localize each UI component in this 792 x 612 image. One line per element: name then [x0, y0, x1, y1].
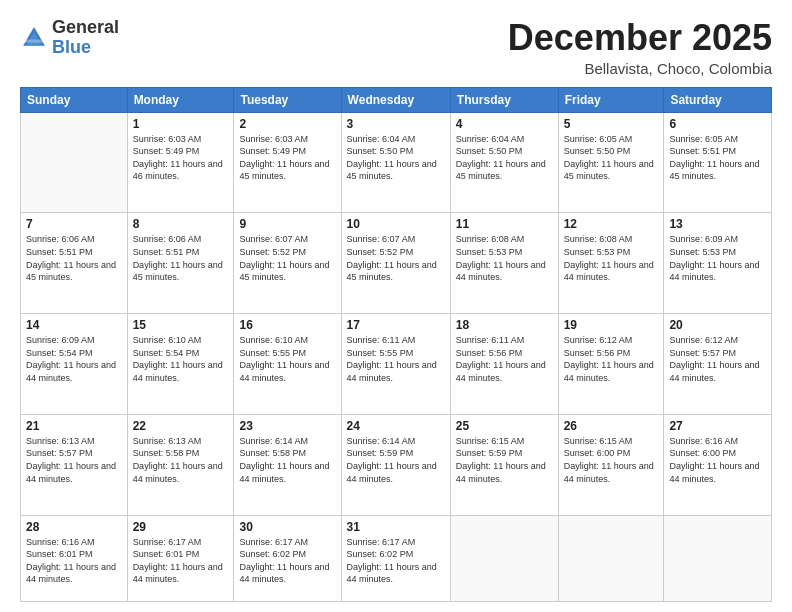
- day-number: 9: [239, 217, 335, 231]
- day-number: 4: [456, 117, 553, 131]
- day-info: Sunrise: 6:13 AMSunset: 5:58 PMDaylight:…: [133, 435, 229, 485]
- calendar-cell: [558, 515, 664, 601]
- calendar-cell: 11Sunrise: 6:08 AMSunset: 5:53 PMDayligh…: [450, 213, 558, 314]
- calendar-cell: 31Sunrise: 6:17 AMSunset: 6:02 PMDayligh…: [341, 515, 450, 601]
- calendar-cell: 24Sunrise: 6:14 AMSunset: 5:59 PMDayligh…: [341, 414, 450, 515]
- calendar-cell: 19Sunrise: 6:12 AMSunset: 5:56 PMDayligh…: [558, 314, 664, 415]
- day-number: 17: [347, 318, 445, 332]
- day-number: 31: [347, 520, 445, 534]
- day-number: 28: [26, 520, 122, 534]
- calendar-header-row: SundayMondayTuesdayWednesdayThursdayFrid…: [21, 87, 772, 112]
- day-number: 18: [456, 318, 553, 332]
- day-info: Sunrise: 6:14 AMSunset: 5:59 PMDaylight:…: [347, 435, 445, 485]
- day-number: 14: [26, 318, 122, 332]
- calendar-cell: 1Sunrise: 6:03 AMSunset: 5:49 PMDaylight…: [127, 112, 234, 213]
- calendar-cell: 13Sunrise: 6:09 AMSunset: 5:53 PMDayligh…: [664, 213, 772, 314]
- day-info: Sunrise: 6:15 AMSunset: 6:00 PMDaylight:…: [564, 435, 659, 485]
- header: General Blue December 2025 Bellavista, C…: [20, 18, 772, 77]
- day-number: 30: [239, 520, 335, 534]
- day-number: 3: [347, 117, 445, 131]
- calendar-cell: 8Sunrise: 6:06 AMSunset: 5:51 PMDaylight…: [127, 213, 234, 314]
- calendar-table: SundayMondayTuesdayWednesdayThursdayFrid…: [20, 87, 772, 602]
- day-header-saturday: Saturday: [664, 87, 772, 112]
- week-row-4: 21Sunrise: 6:13 AMSunset: 5:57 PMDayligh…: [21, 414, 772, 515]
- calendar-cell: 3Sunrise: 6:04 AMSunset: 5:50 PMDaylight…: [341, 112, 450, 213]
- day-number: 6: [669, 117, 766, 131]
- day-number: 19: [564, 318, 659, 332]
- day-info: Sunrise: 6:11 AMSunset: 5:55 PMDaylight:…: [347, 334, 445, 384]
- day-info: Sunrise: 6:12 AMSunset: 5:56 PMDaylight:…: [564, 334, 659, 384]
- day-info: Sunrise: 6:06 AMSunset: 5:51 PMDaylight:…: [26, 233, 122, 283]
- day-info: Sunrise: 6:14 AMSunset: 5:58 PMDaylight:…: [239, 435, 335, 485]
- day-info: Sunrise: 6:15 AMSunset: 5:59 PMDaylight:…: [456, 435, 553, 485]
- calendar-cell: 16Sunrise: 6:10 AMSunset: 5:55 PMDayligh…: [234, 314, 341, 415]
- logo-text: General Blue: [52, 18, 119, 58]
- day-header-sunday: Sunday: [21, 87, 128, 112]
- calendar-cell: 15Sunrise: 6:10 AMSunset: 5:54 PMDayligh…: [127, 314, 234, 415]
- day-info: Sunrise: 6:07 AMSunset: 5:52 PMDaylight:…: [239, 233, 335, 283]
- day-info: Sunrise: 6:16 AMSunset: 6:00 PMDaylight:…: [669, 435, 766, 485]
- calendar-cell: [21, 112, 128, 213]
- day-info: Sunrise: 6:17 AMSunset: 6:01 PMDaylight:…: [133, 536, 229, 586]
- day-number: 8: [133, 217, 229, 231]
- day-info: Sunrise: 6:05 AMSunset: 5:50 PMDaylight:…: [564, 133, 659, 183]
- title-block: December 2025 Bellavista, Choco, Colombi…: [508, 18, 772, 77]
- logo-icon: [20, 24, 48, 52]
- calendar-cell: 25Sunrise: 6:15 AMSunset: 5:59 PMDayligh…: [450, 414, 558, 515]
- day-number: 7: [26, 217, 122, 231]
- calendar-cell: 17Sunrise: 6:11 AMSunset: 5:55 PMDayligh…: [341, 314, 450, 415]
- day-info: Sunrise: 6:05 AMSunset: 5:51 PMDaylight:…: [669, 133, 766, 183]
- location-subtitle: Bellavista, Choco, Colombia: [508, 60, 772, 77]
- day-info: Sunrise: 6:16 AMSunset: 6:01 PMDaylight:…: [26, 536, 122, 586]
- logo: General Blue: [20, 18, 119, 58]
- calendar-cell: 28Sunrise: 6:16 AMSunset: 6:01 PMDayligh…: [21, 515, 128, 601]
- week-row-1: 1Sunrise: 6:03 AMSunset: 5:49 PMDaylight…: [21, 112, 772, 213]
- day-info: Sunrise: 6:09 AMSunset: 5:53 PMDaylight:…: [669, 233, 766, 283]
- month-title: December 2025: [508, 18, 772, 58]
- day-info: Sunrise: 6:04 AMSunset: 5:50 PMDaylight:…: [456, 133, 553, 183]
- calendar-cell: 29Sunrise: 6:17 AMSunset: 6:01 PMDayligh…: [127, 515, 234, 601]
- calendar-cell: 5Sunrise: 6:05 AMSunset: 5:50 PMDaylight…: [558, 112, 664, 213]
- day-number: 25: [456, 419, 553, 433]
- calendar-cell: 14Sunrise: 6:09 AMSunset: 5:54 PMDayligh…: [21, 314, 128, 415]
- calendar-cell: [664, 515, 772, 601]
- day-number: 20: [669, 318, 766, 332]
- day-number: 13: [669, 217, 766, 231]
- day-info: Sunrise: 6:08 AMSunset: 5:53 PMDaylight:…: [564, 233, 659, 283]
- day-info: Sunrise: 6:06 AMSunset: 5:51 PMDaylight:…: [133, 233, 229, 283]
- day-info: Sunrise: 6:07 AMSunset: 5:52 PMDaylight:…: [347, 233, 445, 283]
- calendar-cell: 30Sunrise: 6:17 AMSunset: 6:02 PMDayligh…: [234, 515, 341, 601]
- day-info: Sunrise: 6:10 AMSunset: 5:54 PMDaylight:…: [133, 334, 229, 384]
- day-info: Sunrise: 6:17 AMSunset: 6:02 PMDaylight:…: [347, 536, 445, 586]
- day-number: 10: [347, 217, 445, 231]
- calendar-cell: 4Sunrise: 6:04 AMSunset: 5:50 PMDaylight…: [450, 112, 558, 213]
- day-info: Sunrise: 6:13 AMSunset: 5:57 PMDaylight:…: [26, 435, 122, 485]
- day-number: 29: [133, 520, 229, 534]
- day-info: Sunrise: 6:03 AMSunset: 5:49 PMDaylight:…: [239, 133, 335, 183]
- day-info: Sunrise: 6:09 AMSunset: 5:54 PMDaylight:…: [26, 334, 122, 384]
- day-header-thursday: Thursday: [450, 87, 558, 112]
- week-row-3: 14Sunrise: 6:09 AMSunset: 5:54 PMDayligh…: [21, 314, 772, 415]
- day-number: 5: [564, 117, 659, 131]
- day-header-tuesday: Tuesday: [234, 87, 341, 112]
- day-number: 12: [564, 217, 659, 231]
- day-number: 11: [456, 217, 553, 231]
- day-number: 27: [669, 419, 766, 433]
- calendar-cell: 10Sunrise: 6:07 AMSunset: 5:52 PMDayligh…: [341, 213, 450, 314]
- day-number: 16: [239, 318, 335, 332]
- day-info: Sunrise: 6:17 AMSunset: 6:02 PMDaylight:…: [239, 536, 335, 586]
- calendar-cell: 6Sunrise: 6:05 AMSunset: 5:51 PMDaylight…: [664, 112, 772, 213]
- calendar-cell: 18Sunrise: 6:11 AMSunset: 5:56 PMDayligh…: [450, 314, 558, 415]
- day-header-monday: Monday: [127, 87, 234, 112]
- calendar-cell: 9Sunrise: 6:07 AMSunset: 5:52 PMDaylight…: [234, 213, 341, 314]
- logo-blue-text: Blue: [52, 37, 91, 57]
- day-number: 23: [239, 419, 335, 433]
- day-header-friday: Friday: [558, 87, 664, 112]
- calendar-cell: 12Sunrise: 6:08 AMSunset: 5:53 PMDayligh…: [558, 213, 664, 314]
- calendar-cell: 22Sunrise: 6:13 AMSunset: 5:58 PMDayligh…: [127, 414, 234, 515]
- day-info: Sunrise: 6:10 AMSunset: 5:55 PMDaylight:…: [239, 334, 335, 384]
- day-info: Sunrise: 6:08 AMSunset: 5:53 PMDaylight:…: [456, 233, 553, 283]
- day-info: Sunrise: 6:03 AMSunset: 5:49 PMDaylight:…: [133, 133, 229, 183]
- day-number: 21: [26, 419, 122, 433]
- week-row-5: 28Sunrise: 6:16 AMSunset: 6:01 PMDayligh…: [21, 515, 772, 601]
